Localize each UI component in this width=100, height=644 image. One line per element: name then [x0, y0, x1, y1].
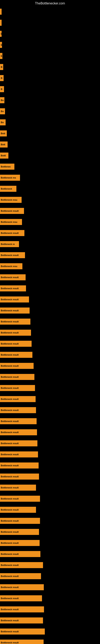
bar-label-17: Bottleneck — [1, 188, 12, 190]
site-title: TheBottlenecker.com — [0, 0, 100, 7]
bar-label-22: Bottleneck re — [1, 243, 15, 245]
bar-row: Bottleneck result — [0, 593, 100, 604]
bar-34: Bottleneck result — [0, 374, 34, 380]
bar-28: Bottleneck result — [0, 308, 30, 314]
bar-row: Bottleneck result — [0, 471, 100, 482]
bar-row: Bottleneck result — [0, 438, 100, 449]
bar-row: Bottleneck resu — [0, 216, 100, 228]
bar-row: Bottleneck result — [0, 504, 100, 515]
bar-label-56: Bottleneck result — [1, 619, 19, 622]
bar-row: Bottleneck res — [0, 172, 100, 183]
bar-label-32: Bottleneck result — [1, 354, 19, 356]
bar-37: Bottleneck result — [0, 407, 36, 413]
bar-row: Bottleneck result — [0, 626, 100, 637]
bar-35: Bottleneck result — [0, 385, 35, 391]
bar-label-14: Bottl — [1, 154, 6, 157]
bar-row: Bottleneck result — [0, 493, 100, 504]
bar-row: Bottleneck resu — [0, 260, 100, 272]
bar-label-42: Bottleneck result — [1, 464, 19, 467]
bar-33: Bottleneck result — [0, 363, 34, 369]
bar-label-46: Bottleneck result — [1, 508, 19, 511]
bar-row: Bottleneck resu — [0, 194, 100, 205]
bar-8: B — [0, 86, 4, 92]
bar-label-35: Bottleneck result — [1, 387, 19, 389]
bar-label-54: Bottleneck result — [1, 597, 19, 600]
bar-17: Bottleneck — [0, 186, 16, 192]
bar-label-7: B — [1, 77, 2, 79]
bar-row: Bottleneck result — [0, 394, 100, 404]
bar-row: Bottleneck result — [0, 604, 100, 615]
bar-36: Bottleneck result — [0, 396, 36, 402]
bar-58: Bottleneck result — [0, 640, 44, 644]
bar-row: Bottleneck result — [0, 570, 100, 582]
bar-row: Bo — [0, 94, 100, 106]
bar-row: Bottleneck result — [0, 482, 100, 493]
bar-label-38: Bottleneck result — [1, 420, 19, 422]
bar-row: Bottleneck result — [0, 615, 100, 626]
bar-label-51: Bottleneck result — [1, 564, 19, 566]
bar-5: E — [0, 53, 2, 59]
bar-57: Bottleneck result — [0, 628, 45, 634]
bar-row: Bottleneck result — [0, 371, 100, 382]
bar-52: Bottleneck result — [0, 573, 41, 579]
bar-1 — [0, 9, 1, 15]
bar-label-28: Bottleneck result — [1, 309, 19, 312]
bar-row — [0, 17, 100, 28]
bar-label-41: Bottleneck result — [1, 453, 19, 456]
bar-label-48: Bottleneck result — [1, 531, 19, 533]
bar-row: Bottleneck result — [0, 537, 100, 548]
bar-row: E — [0, 28, 100, 39]
bar-51: Bottleneck result — [0, 562, 43, 568]
bar-2 — [0, 20, 1, 26]
bar-label-23: Bottleneck result — [1, 254, 19, 256]
bar-label-43: Bottleneck result — [1, 475, 19, 478]
bar-row: Bottleneck result — [0, 338, 100, 349]
bar-label-47: Bottleneck result — [1, 520, 19, 522]
bar-label-57: Bottleneck result — [1, 630, 19, 633]
bar-55: Bottleneck result — [0, 606, 44, 612]
bar-label-6: B — [1, 66, 2, 68]
bar-50: Bottleneck result — [0, 551, 40, 557]
bar-32: Bottleneck result — [0, 352, 32, 358]
bar-9: Bo — [0, 97, 4, 103]
bar-label-3: E — [1, 32, 1, 35]
bar-53: Bottleneck result — [0, 584, 44, 590]
bar-row: Bott — [0, 139, 100, 150]
bar-15: Bottlenec — [0, 164, 14, 170]
bar-label-36: Bottleneck result — [1, 398, 19, 400]
bar-row: Bottleneck result — [0, 560, 100, 570]
bar-row: Bottleneck — [0, 183, 100, 194]
bar-label-8: B — [1, 88, 2, 90]
bar-label-55: Bottleneck result — [1, 608, 19, 610]
bar-label-24: Bottleneck resu — [1, 265, 17, 268]
bar-42: Bottleneck result — [0, 462, 39, 468]
bar-label-26: Bottleneck result — [1, 287, 19, 290]
bar-row: Bottleneck result — [0, 382, 100, 394]
bar-12: Bott — [0, 130, 7, 136]
bar-label-31: Bottleneck result — [1, 342, 19, 345]
bar-41: Bottleneck result — [0, 452, 38, 458]
bar-row: Bottleneck result — [0, 360, 100, 371]
bar-label-4: E — [1, 44, 2, 46]
bar-label-5: E — [1, 55, 2, 57]
bar-row: Bottleneck result — [0, 460, 100, 471]
bar-label-49: Bottleneck result — [1, 542, 19, 544]
bar-18: Bottleneck resu — [0, 197, 22, 203]
bar-label-15: Bottlenec — [1, 166, 11, 168]
bar-row: Bott — [0, 128, 100, 139]
bar-row: E — [0, 50, 100, 62]
bar-27: Bottleneck result — [0, 296, 29, 302]
bar-row — [0, 6, 100, 17]
bar-label-45: Bottleneck result — [1, 498, 19, 500]
bar-row: Bottleneck result — [0, 327, 100, 338]
bar-label-58: Bottleneck result — [1, 642, 19, 644]
bar-24: Bottleneck resu — [0, 263, 22, 269]
bar-row: Bottleneck result — [0, 427, 100, 438]
bar-label-12: Bott — [1, 132, 5, 135]
bar-40: Bottleneck result — [0, 440, 37, 446]
bar-label-40: Bottleneck result — [1, 442, 19, 444]
bar-21: Bottleneck result — [0, 230, 24, 236]
bar-row: Bottleneck re — [0, 238, 100, 250]
bar-label-25: Bottleneck result — [1, 276, 19, 278]
bar-row: Bottleneck result — [0, 228, 100, 238]
